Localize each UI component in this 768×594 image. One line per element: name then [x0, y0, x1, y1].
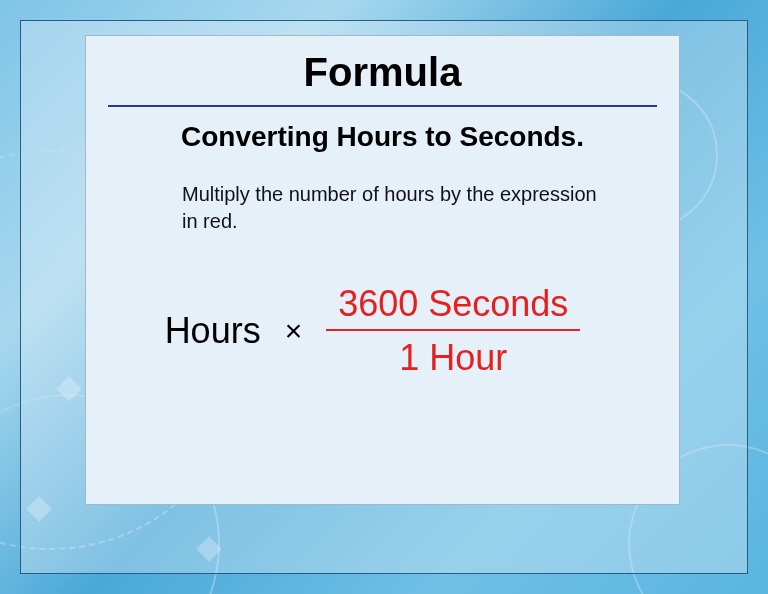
- formula-left-term: Hours: [165, 310, 261, 352]
- formula-operator: ×: [281, 314, 307, 348]
- page-title: Formula: [86, 36, 679, 105]
- fraction-numerator: 3600 Seconds: [326, 283, 580, 329]
- fraction-denominator: 1 Hour: [387, 331, 519, 379]
- title-underline: [108, 105, 657, 107]
- subtitle: Converting Hours to Seconds.: [86, 121, 679, 153]
- formula-fraction: 3600 Seconds 1 Hour: [326, 283, 580, 379]
- instruction-text: Multiply the number of hours by the expr…: [182, 181, 599, 235]
- formula: Hours × 3600 Seconds 1 Hour: [86, 283, 679, 379]
- content-panel: Formula Converting Hours to Seconds. Mul…: [85, 35, 680, 505]
